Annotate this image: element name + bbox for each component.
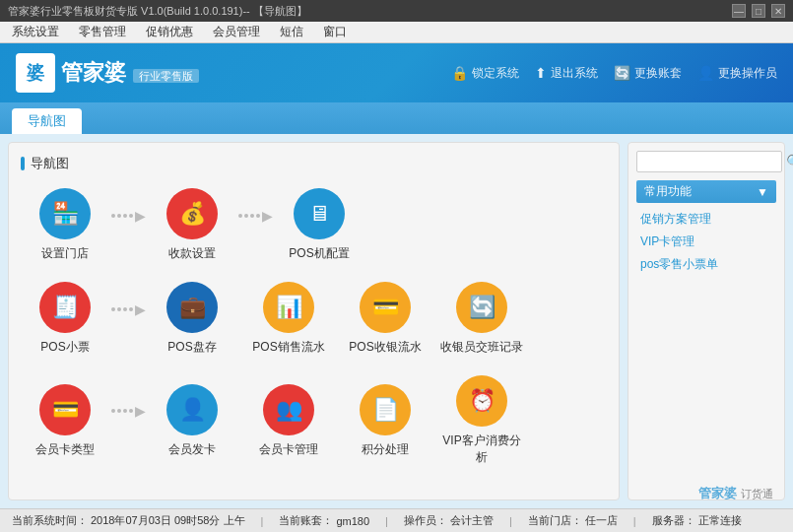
nav-item-store-setup[interactable]: 🏪 设置门店 <box>21 188 109 262</box>
payment-setup-icon: 💰 <box>166 188 218 239</box>
logout-button[interactable]: ⬆ 退出系统 <box>535 65 598 82</box>
arrow-1: ▶ <box>109 208 148 224</box>
nav-item-pos-sales[interactable]: 📊 POS销售流水 <box>244 282 333 356</box>
search-button[interactable]: 🔍 <box>786 154 793 169</box>
logo-area: 婆 管家婆 行业零售版 <box>16 53 199 93</box>
nav-item-member-card-mgmt[interactable]: 👥 会员卡管理 <box>244 384 333 458</box>
arrow-4: ▶ <box>109 403 148 419</box>
nav-item-shift-record[interactable]: 🔄 收银员交班记录 <box>437 282 526 356</box>
search-input[interactable] <box>636 151 782 172</box>
close-button[interactable]: ✕ <box>771 4 785 18</box>
nav-item-payment-setup[interactable]: 💰 收款设置 <box>148 188 236 262</box>
user-icon: 👤 <box>697 65 714 81</box>
nav-item-pos-inventory[interactable]: 💼 POS盘存 <box>148 282 236 356</box>
status-account: 当前账套： gm180 <box>279 513 369 528</box>
minimize-button[interactable]: — <box>732 4 746 18</box>
nav-item-points[interactable]: 📄 积分处理 <box>341 384 430 458</box>
nav-item-pos-cashier[interactable]: 💳 POS收银流水 <box>341 282 430 356</box>
refresh-icon: 🔄 <box>614 65 630 81</box>
menu-window[interactable]: 窗口 <box>319 22 351 42</box>
switch-operator-button[interactable]: 👤 更换操作员 <box>697 65 777 82</box>
nav-row-2: 🧾 POS小票 ▶ 💼 POS盘存 📊 POS销售流水 <box>21 282 607 356</box>
member-card-mgmt-icon: 👥 <box>263 384 314 435</box>
title-bar: 管家婆行业零售板财货专版 V1.0(Build 1.0.0.191)-- 【导航… <box>0 0 793 22</box>
nav-item-pos-ticket[interactable]: 🧾 POS小票 <box>21 282 109 356</box>
status-bar: 当前系统时间： 2018年07月03日 09时58分 上午 | 当前账套： gm… <box>0 508 793 532</box>
arrow-3: ▶ <box>109 301 148 317</box>
func-item-vip-card[interactable]: VIP卡管理 <box>636 232 776 252</box>
pos-sales-icon: 📊 <box>263 282 314 333</box>
nav-row-1: 🏪 设置门店 ▶ 💰 收款设置 <box>21 188 607 262</box>
tab-bar: 导航图 <box>0 102 793 134</box>
status-server: 服务器： 正常连接 <box>652 513 742 528</box>
pos-cashier-icon: 💳 <box>360 282 411 333</box>
window-controls[interactable]: — □ ✕ <box>732 4 785 18</box>
pos-ticket-icon: 🧾 <box>39 282 91 333</box>
points-icon: 📄 <box>360 384 411 435</box>
lock-system-label: 锁定系统 <box>472 65 519 82</box>
logo-main-text: 管家婆 <box>61 60 126 85</box>
switch-account-button[interactable]: 🔄 更换账套 <box>614 65 682 82</box>
status-store: 当前门店： 任一店 <box>528 513 618 528</box>
nav-item-vip-analysis[interactable]: ⏰ VIP客户消费分析 <box>437 375 526 466</box>
member-issue-icon: 👤 <box>166 384 218 435</box>
logout-label: 退出系统 <box>551 65 598 82</box>
func-item-promotion[interactable]: 促销方案管理 <box>636 209 776 230</box>
logout-icon: ⬆ <box>535 65 547 81</box>
nav-row-3: 💳 会员卡类型 ▶ 👤 会员发卡 👥 会员卡管理 <box>21 375 607 466</box>
chevron-down-icon: ▼ <box>757 185 768 199</box>
store-setup-icon: 🏪 <box>39 188 91 239</box>
menu-sms[interactable]: 短信 <box>276 22 307 42</box>
arrow-2: ▶ <box>236 208 275 224</box>
header: 婆 管家婆 行业零售版 🔒 锁定系统 ⬆ 退出系统 🔄 更换账套 👤 更换操作员 <box>0 43 793 102</box>
switch-account-label: 更换账套 <box>634 65 682 82</box>
status-operator: 操作员： 会计主管 <box>404 513 494 528</box>
nav-panel: 导航图 🏪 设置门店 ▶ 💰 收款设置 <box>8 142 620 500</box>
menu-bar: 系统设置 零售管理 促销优惠 会员管理 短信 窗口 <box>0 22 793 43</box>
nav-item-member-card-type[interactable]: 💳 会员卡类型 <box>21 384 109 458</box>
tab-navigation[interactable]: 导航图 <box>12 108 82 134</box>
logo-text: 管家婆 行业零售版 <box>61 58 199 88</box>
shift-record-icon: 🔄 <box>456 282 507 333</box>
func-item-pos-ticket[interactable]: pos零售小票单 <box>636 254 776 275</box>
status-time: 当前系统时间： 2018年07月03日 09时58分 上午 <box>12 513 245 528</box>
nav-item-pos-config[interactable]: 🖥 POS机配置 <box>275 188 363 262</box>
menu-promotions[interactable]: 促销优惠 <box>142 22 197 42</box>
menu-retail-management[interactable]: 零售管理 <box>75 22 130 42</box>
right-sidebar: 🔍 ⚙ 常用功能 ▼ 促销方案管理 VIP卡管理 pos零售小票单 <box>628 142 785 500</box>
logo-icon: 婆 <box>16 53 55 93</box>
header-actions: 🔒 锁定系统 ⬆ 退出系统 🔄 更换账套 👤 更换操作员 <box>451 65 777 82</box>
lock-icon: 🔒 <box>451 65 468 81</box>
common-func-header: 常用功能 ▼ <box>636 180 776 203</box>
main-content: 导航图 🏪 设置门店 ▶ 💰 收款设置 <box>0 134 793 508</box>
switch-operator-label: 更换操作员 <box>718 65 777 82</box>
watermark: 管家婆 订货通 <box>698 485 773 502</box>
logo-sub-text: 行业零售版 <box>133 69 199 83</box>
vip-analysis-icon: ⏰ <box>456 375 507 427</box>
nav-panel-title: 导航图 <box>21 155 607 172</box>
search-bar: 🔍 ⚙ <box>636 151 776 172</box>
lock-system-button[interactable]: 🔒 锁定系统 <box>451 65 519 82</box>
nav-item-member-issue[interactable]: 👤 会员发卡 <box>148 384 236 458</box>
title-text: 管家婆行业零售板财货专版 V1.0(Build 1.0.0.191)-- 【导航… <box>8 4 307 19</box>
menu-system-settings[interactable]: 系统设置 <box>8 22 63 42</box>
nav-grid: 🏪 设置门店 ▶ 💰 收款设置 <box>21 188 607 466</box>
menu-member-management[interactable]: 会员管理 <box>209 22 264 42</box>
pos-inventory-icon: 💼 <box>166 282 218 333</box>
pos-config-icon: 🖥 <box>294 188 345 239</box>
func-list: 促销方案管理 VIP卡管理 pos零售小票单 <box>636 209 776 275</box>
member-card-type-icon: 💳 <box>39 384 91 435</box>
maximize-button[interactable]: □ <box>752 4 765 18</box>
